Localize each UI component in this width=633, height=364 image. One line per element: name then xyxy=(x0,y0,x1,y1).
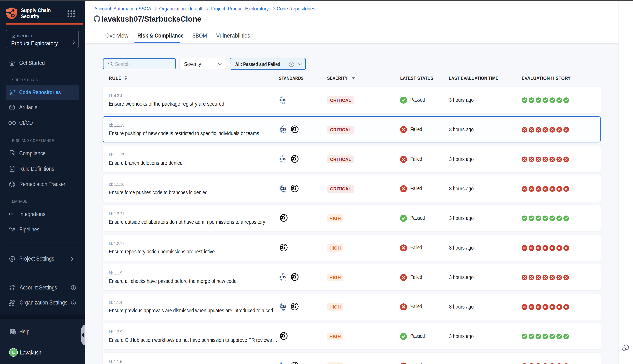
svg-text:?: ? xyxy=(11,329,13,332)
